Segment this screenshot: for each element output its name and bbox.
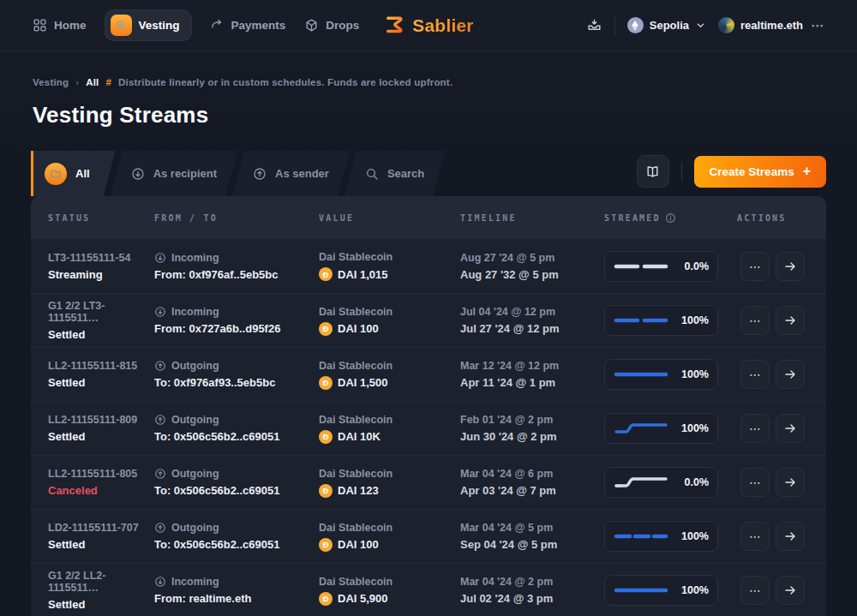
streamed-progress-box[interactable]: 0.0% bbox=[604, 251, 718, 282]
counterparty-address[interactable]: To: 0x506c56b2..c69051 bbox=[154, 430, 319, 443]
nav-item-payments[interactable]: Payments bbox=[210, 18, 286, 33]
docs-button[interactable] bbox=[637, 155, 669, 188]
divider bbox=[681, 162, 682, 181]
direction-text: Incoming bbox=[171, 576, 219, 588]
info-icon[interactable] bbox=[665, 212, 676, 224]
counterparty-address[interactable]: From: 0xf976af..5eb5bc bbox=[154, 268, 319, 281]
timeline-cell: Jul 04 '24 @ 12 pmJul 27 '24 @ 12 pm bbox=[460, 306, 604, 335]
table-row[interactable]: G1 2/2 LL2-1115511…SettledIncomingFrom: … bbox=[31, 563, 826, 616]
row-open-button[interactable] bbox=[776, 468, 805, 497]
stream-id: LL2-11155111-809 bbox=[48, 414, 154, 426]
status-cell: LL2-11155111-805Canceled bbox=[48, 468, 154, 497]
row-open-button[interactable] bbox=[776, 576, 805, 605]
streamed-cell: 100% bbox=[604, 575, 737, 606]
row-open-button[interactable] bbox=[776, 360, 805, 389]
start-time: Mar 04 '24 @ 6 pm bbox=[460, 468, 604, 480]
nav-item-vesting[interactable]: Vesting bbox=[105, 10, 191, 40]
nav-item-label: Home bbox=[54, 19, 87, 32]
outgoing-icon bbox=[154, 522, 166, 534]
streamed-percent: 100% bbox=[681, 530, 709, 542]
account-menu[interactable]: realtime.eth ⋯ bbox=[718, 17, 824, 33]
streamed-progress-box[interactable]: 100% bbox=[604, 521, 718, 552]
row-more-button[interactable]: ⋯ bbox=[740, 360, 770, 389]
status-cell: G1 2/2 LL2-1115511…Settled bbox=[48, 570, 154, 611]
counterparty-address[interactable]: To: 0xf976af93..5eb5bc bbox=[154, 376, 319, 389]
folder-icon bbox=[45, 163, 67, 185]
from-to-cell: OutgoingTo: 0x506c56b2..c69051 bbox=[154, 522, 319, 551]
streamed-sparkline bbox=[614, 314, 668, 327]
row-more-button[interactable]: ⋯ bbox=[740, 252, 770, 281]
nav-links: Home Vesting Payments Drops bbox=[33, 10, 359, 40]
table-row[interactable]: LL2-11155111-815SettledOutgoingTo: 0xf97… bbox=[31, 347, 826, 401]
start-time: Aug 27 '24 @ 5 pm bbox=[460, 252, 604, 264]
table-row[interactable]: G1 2/2 LT3-1115511…SettledIncomingFrom: … bbox=[31, 293, 826, 347]
token-name: Dai Stablecoin bbox=[319, 414, 460, 426]
value-cell: Dai StablecoinĐDAI 5,900 bbox=[319, 576, 460, 606]
status-cell: LL2-11155111-815Settled bbox=[48, 360, 154, 389]
streamed-progress-box[interactable]: 100% bbox=[604, 305, 718, 336]
direction-label: Incoming bbox=[154, 576, 319, 588]
outgoing-icon bbox=[154, 468, 166, 480]
breadcrumb-root[interactable]: Vesting bbox=[33, 77, 69, 87]
arrow-right-icon bbox=[783, 314, 797, 327]
table-row[interactable]: LL2-11155111-805CanceledOutgoingTo: 0x50… bbox=[31, 455, 826, 509]
amount-text: DAI 1,015 bbox=[338, 268, 388, 281]
value-cell: Dai StablecoinĐDAI 1,500 bbox=[319, 360, 460, 390]
row-open-button[interactable] bbox=[776, 306, 805, 335]
breadcrumb-separator: › bbox=[75, 77, 79, 87]
stream-id: LL2-11155111-815 bbox=[48, 360, 154, 372]
status-label: Settled bbox=[48, 430, 154, 443]
incoming-icon bbox=[154, 576, 166, 588]
column-header-streamed: STREAMED bbox=[604, 212, 737, 224]
tab-all[interactable]: All bbox=[31, 151, 116, 196]
row-open-button[interactable] bbox=[776, 414, 805, 443]
streamed-progress-box[interactable]: 100% bbox=[604, 575, 718, 606]
nav-item-label: Drops bbox=[326, 19, 359, 32]
table-row[interactable]: LD2-11155111-707SettledOutgoingTo: 0x506… bbox=[31, 509, 826, 563]
counterparty-address[interactable]: To: 0x506c56b2..c69051 bbox=[154, 484, 319, 497]
row-open-button[interactable] bbox=[776, 522, 805, 551]
direction-label: Outgoing bbox=[154, 414, 319, 426]
search-icon bbox=[365, 167, 379, 181]
direction-text: Outgoing bbox=[171, 360, 219, 372]
table-row[interactable]: LT3-11155111-54StreamingIncomingFrom: 0x… bbox=[31, 239, 826, 293]
nav-item-home[interactable]: Home bbox=[33, 18, 87, 33]
ethereum-icon bbox=[627, 17, 644, 33]
row-more-button[interactable]: ⋯ bbox=[740, 468, 770, 497]
streamed-percent: 0.0% bbox=[685, 260, 710, 272]
row-more-button[interactable]: ⋯ bbox=[740, 576, 770, 605]
direction-text: Outgoing bbox=[171, 468, 219, 480]
breadcrumb-current[interactable]: All bbox=[86, 77, 99, 87]
streamed-progress-box[interactable]: 100% bbox=[604, 413, 718, 444]
inbox-icon[interactable] bbox=[586, 17, 602, 33]
nav-right: Sepolia realtime.eth ⋯ bbox=[586, 16, 824, 35]
counterparty-address[interactable]: To: 0x506c56b2..c69051 bbox=[154, 538, 319, 551]
tab-as-sender[interactable]: As sender bbox=[232, 151, 350, 196]
book-icon bbox=[645, 164, 660, 179]
create-streams-button[interactable]: Create Streams + bbox=[694, 156, 826, 188]
dai-coin-icon: Đ bbox=[319, 538, 333, 552]
direction-text: Incoming bbox=[171, 306, 219, 318]
nav-item-drops[interactable]: Drops bbox=[304, 18, 359, 33]
counterparty-address[interactable]: From: 0x727a6b..d95f26 bbox=[154, 322, 319, 335]
token-name: Dai Stablecoin bbox=[319, 468, 460, 480]
counterparty-address[interactable]: From: realtime.eth bbox=[154, 592, 319, 605]
tab-as-recipient[interactable]: As recipient bbox=[111, 151, 237, 196]
status-label: Settled bbox=[48, 538, 154, 551]
tab-search[interactable]: Search bbox=[345, 151, 445, 196]
streamed-progress-box[interactable]: 0.0% bbox=[604, 467, 718, 498]
row-more-button[interactable]: ⋯ bbox=[740, 414, 770, 443]
table-row[interactable]: LL2-11155111-809SettledOutgoingTo: 0x506… bbox=[31, 401, 826, 455]
streamed-progress-box[interactable]: 100% bbox=[604, 359, 718, 390]
row-more-button[interactable]: ⋯ bbox=[740, 522, 770, 551]
streamed-percent: 100% bbox=[681, 368, 709, 380]
streamed-cell: 100% bbox=[604, 521, 737, 552]
streamed-sparkline bbox=[614, 475, 668, 489]
network-selector[interactable]: Sepolia bbox=[627, 17, 706, 33]
end-time: Jul 27 '24 @ 12 pm bbox=[460, 322, 604, 335]
row-more-button[interactable]: ⋯ bbox=[740, 306, 770, 335]
brand-logo[interactable]: Sablier bbox=[383, 15, 473, 37]
row-open-button[interactable] bbox=[776, 252, 805, 281]
account-more-icon[interactable]: ⋯ bbox=[811, 18, 824, 33]
direction-label: Outgoing bbox=[154, 360, 319, 372]
